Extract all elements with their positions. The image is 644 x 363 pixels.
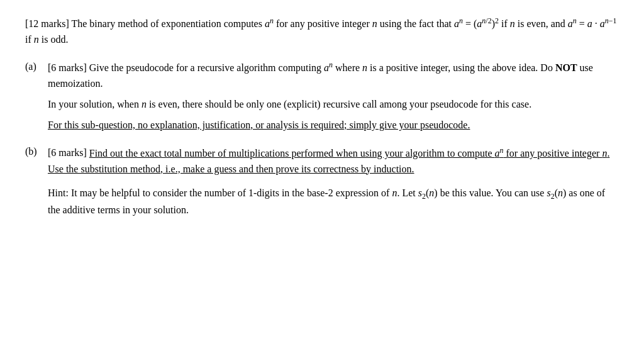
part-b-label: (b): [25, 144, 48, 159]
part-b-container: (b) [6 marks] Find out the exact total n…: [25, 144, 619, 218]
part-a-content: [6 marks] Give the pseudocode for a recu…: [48, 59, 619, 133]
part-a-line2: In your solution, when n is even, there …: [48, 97, 619, 113]
part-a-underline: For this sub-question, no explanation, j…: [48, 120, 470, 130]
part-a-container: (a) [6 marks] Give the pseudocode for a …: [25, 59, 619, 133]
part-b-content: [6 marks] Find out the exact total numbe…: [48, 144, 619, 218]
part-a-label: (a): [25, 59, 48, 74]
part-a-line1: [6 marks] Give the pseudocode for a recu…: [48, 59, 619, 92]
part-b-hint-text: Hint: It may be helpful to consider the …: [48, 186, 619, 218]
math-n-sup: n: [270, 16, 274, 25]
math-a-n: a: [454, 18, 459, 29]
part-a-line3: For this sub-question, no explanation, j…: [48, 118, 619, 133]
part-b-hint: Hint: It may be helpful to consider the …: [48, 186, 619, 218]
main-content: [12 marks] The binary method of exponent…: [25, 15, 619, 218]
part-b-underline: Find out the exact total number of multi…: [48, 148, 609, 174]
math-a-n-intro: a: [265, 18, 270, 29]
part-b-line1: [6 marks] Find out the exact total numbe…: [48, 144, 619, 177]
math-n-var: n: [372, 18, 377, 29]
problem-intro: [12 marks] The binary method of exponent…: [25, 15, 619, 48]
